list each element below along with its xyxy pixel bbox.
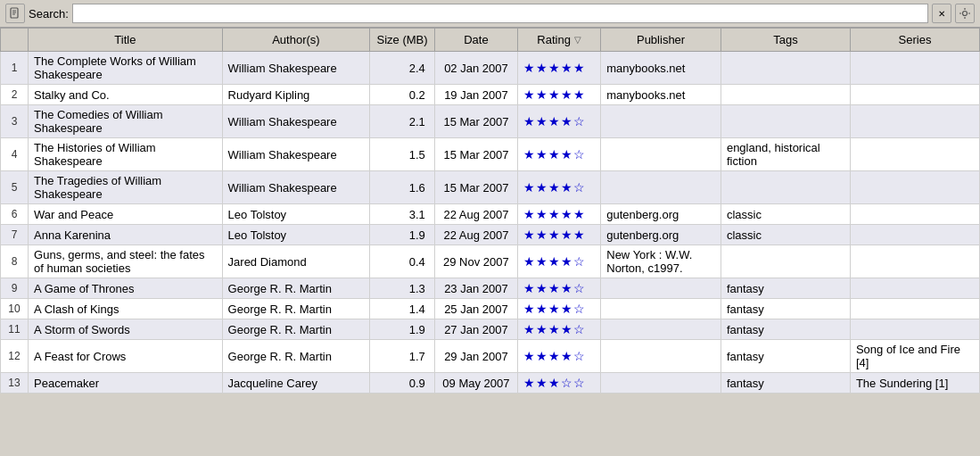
row-num: 9 xyxy=(1,278,29,299)
row-size: 1.7 xyxy=(370,340,435,373)
row-publisher xyxy=(601,171,721,204)
search-input[interactable] xyxy=(72,4,928,23)
table-row[interactable]: 2 Stalky and Co. Rudyard Kipling 0.2 19 … xyxy=(1,85,980,105)
table-row[interactable]: 9 A Game of Thrones George R. R. Martin … xyxy=(1,278,980,299)
col-header-title[interactable]: Title xyxy=(29,29,223,52)
table-header-row: Title Author(s) Size (MB) Date Rating ▽ … xyxy=(1,29,980,52)
row-tags xyxy=(721,52,850,85)
col-header-num xyxy=(1,29,29,52)
book-table-container[interactable]: Title Author(s) Size (MB) Date Rating ▽ … xyxy=(0,28,980,453)
table-row[interactable]: 4 The Histories of William Shakespeare W… xyxy=(1,138,980,171)
row-rating: ★★★★☆ xyxy=(518,105,601,138)
row-rating: ★★★★★ xyxy=(518,85,601,105)
search-icon-button[interactable] xyxy=(5,4,25,23)
row-num: 6 xyxy=(1,204,29,225)
col-header-tags[interactable]: Tags xyxy=(721,29,850,52)
row-rating: ★★★☆☆ xyxy=(518,373,601,394)
row-num: 12 xyxy=(1,340,29,373)
stars-display: ★★★★☆ xyxy=(523,180,586,195)
row-publisher: manybooks.net xyxy=(601,85,721,105)
table-row[interactable]: 8 Guns, germs, and steel: the fates of h… xyxy=(1,245,980,278)
col-header-rating[interactable]: Rating ▽ xyxy=(518,29,601,52)
row-title: The Comedies of William Shakespeare xyxy=(29,105,223,138)
row-num: 4 xyxy=(1,138,29,171)
row-tags: fantasy xyxy=(721,340,850,373)
stars-display: ★★★★☆ xyxy=(523,254,586,269)
col-header-publisher[interactable]: Publisher xyxy=(601,29,721,52)
col-header-authors[interactable]: Author(s) xyxy=(222,29,370,52)
table-row[interactable]: 5 The Tragedies of William Shakespeare W… xyxy=(1,171,980,204)
row-publisher: gutenberg.org xyxy=(601,204,721,225)
row-rating: ★★★★☆ xyxy=(518,245,601,278)
svg-point-4 xyxy=(963,12,968,16)
row-authors: William Shakespeare xyxy=(222,105,370,138)
table-row[interactable]: 11 A Storm of Swords George R. R. Martin… xyxy=(1,319,980,340)
row-series xyxy=(850,105,979,138)
row-size: 1.6 xyxy=(370,171,435,204)
row-authors: George R. R. Martin xyxy=(222,340,370,373)
row-publisher xyxy=(601,299,721,319)
row-date: 23 Jan 2007 xyxy=(434,278,517,299)
row-publisher xyxy=(601,340,721,373)
col-header-series[interactable]: Series xyxy=(850,29,979,52)
row-tags: fantasy xyxy=(721,278,850,299)
table-row[interactable]: 1 The Complete Works of William Shakespe… xyxy=(1,52,980,85)
row-date: 09 May 2007 xyxy=(434,373,517,394)
row-num: 10 xyxy=(1,299,29,319)
row-num: 3 xyxy=(1,105,29,138)
col-header-date[interactable]: Date xyxy=(434,29,517,52)
stars-display: ★★★★☆ xyxy=(523,114,586,129)
row-size: 1.9 xyxy=(370,319,435,340)
row-publisher: manybooks.net xyxy=(601,52,721,85)
row-size: 2.1 xyxy=(370,105,435,138)
row-date: 15 Mar 2007 xyxy=(434,138,517,171)
row-num: 11 xyxy=(1,319,29,340)
row-authors: Leo Tolstoy xyxy=(222,204,370,225)
table-row[interactable]: 6 War and Peace Leo Tolstoy 3.1 22 Aug 2… xyxy=(1,204,980,225)
row-publisher xyxy=(601,138,721,171)
row-date: 29 Jan 2007 xyxy=(434,340,517,373)
row-series xyxy=(850,278,979,299)
row-tags xyxy=(721,171,850,204)
table-row[interactable]: 13 Peacemaker Jacqueline Carey 0.9 09 Ma… xyxy=(1,373,980,394)
stars-display: ★★★★★ xyxy=(523,228,586,242)
search-clear-button[interactable]: ✕ xyxy=(932,4,951,23)
wrench-icon xyxy=(959,7,971,20)
row-rating: ★★★★★ xyxy=(518,225,601,245)
row-publisher xyxy=(601,105,721,138)
book-table: Title Author(s) Size (MB) Date Rating ▽ … xyxy=(0,28,980,394)
book-icon xyxy=(9,7,21,20)
row-tags xyxy=(721,85,850,105)
row-title: Peacemaker xyxy=(29,373,223,394)
row-series xyxy=(850,171,979,204)
row-title: Anna Karenina xyxy=(29,225,223,245)
row-rating: ★★★★☆ xyxy=(518,138,601,171)
table-row[interactable]: 10 A Clash of Kings George R. R. Martin … xyxy=(1,299,980,319)
row-rating: ★★★★☆ xyxy=(518,319,601,340)
row-series: Song of Ice and Fire [4] xyxy=(850,340,979,373)
table-row[interactable]: 12 A Feast for Crows George R. R. Martin… xyxy=(1,340,980,373)
row-title: The Histories of William Shakespeare xyxy=(29,138,223,171)
stars-display: ★★★★☆ xyxy=(523,147,586,162)
row-series: The Sundering [1] xyxy=(850,373,979,394)
row-series xyxy=(850,52,979,85)
row-size: 0.2 xyxy=(370,85,435,105)
row-authors: George R. R. Martin xyxy=(222,299,370,319)
search-label: Search: xyxy=(29,7,69,21)
row-rating: ★★★★☆ xyxy=(518,171,601,204)
row-publisher: gutenberg.org xyxy=(601,225,721,245)
table-row[interactable]: 7 Anna Karenina Leo Tolstoy 1.9 22 Aug 2… xyxy=(1,225,980,245)
table-row[interactable]: 3 The Comedies of William Shakespeare Wi… xyxy=(1,105,980,138)
search-settings-button[interactable] xyxy=(955,4,975,23)
row-date: 27 Jan 2007 xyxy=(434,319,517,340)
row-size: 1.5 xyxy=(370,138,435,171)
row-publisher: New York : W.W. Norton, c1997. xyxy=(601,245,721,278)
row-title: The Tragedies of William Shakespeare xyxy=(29,171,223,204)
row-tags: fantasy xyxy=(721,319,850,340)
row-authors: William Shakespeare xyxy=(222,52,370,85)
stars-display: ★★★★☆ xyxy=(523,281,586,295)
row-series xyxy=(850,245,979,278)
row-size: 1.9 xyxy=(370,225,435,245)
row-num: 13 xyxy=(1,373,29,394)
col-header-size[interactable]: Size (MB) xyxy=(370,29,435,52)
